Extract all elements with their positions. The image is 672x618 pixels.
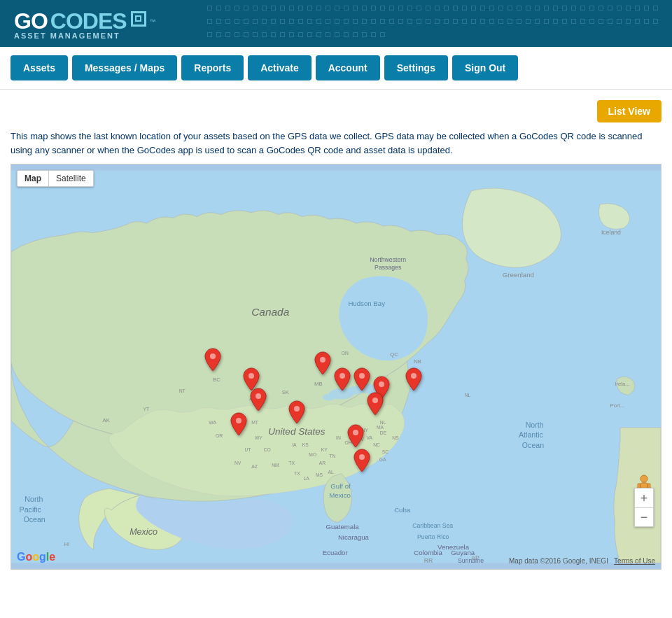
svg-text:MS: MS (316, 472, 323, 477)
map-pin-1[interactable] (203, 347, 223, 375)
svg-text:OR: OR (216, 434, 223, 439)
svg-point-90 (340, 373, 345, 379)
svg-text:MO: MO (309, 452, 316, 457)
svg-point-96 (359, 454, 365, 460)
nav-reports[interactable]: Reports (181, 55, 244, 80)
svg-text:MB: MB (314, 381, 323, 387)
svg-text:NL: NL (380, 420, 386, 425)
svg-point-88 (236, 418, 241, 423)
map-type-satellite-button[interactable]: Satellite (49, 171, 93, 186)
terms-of-use-link[interactable]: Terms of Use (614, 557, 655, 565)
svg-text:Colombia: Colombia (414, 549, 442, 556)
map-type-map-button[interactable]: Map (18, 171, 48, 186)
map-container[interactable]: North Atlantic Ocean North Pacific Ocean… (10, 164, 662, 570)
svg-text:UT: UT (245, 447, 251, 452)
map-pin-5[interactable] (313, 351, 332, 379)
main-content: List View This map shows the last known … (0, 90, 672, 570)
header-decoration (202, 0, 672, 47)
svg-text:Greenland: Greenland (503, 271, 534, 279)
google-logo-g: G (17, 551, 25, 563)
svg-text:AP: AP (471, 554, 479, 561)
map-pin-3[interactable] (248, 387, 268, 415)
google-logo-o1: o (25, 551, 32, 563)
svg-text:QC: QC (390, 352, 398, 358)
svg-text:HI: HI (64, 541, 69, 547)
svg-text:GA: GA (379, 457, 386, 462)
map-pin-9[interactable] (404, 367, 424, 395)
map-pin-10[interactable] (365, 391, 385, 419)
svg-text:ON: ON (342, 351, 349, 356)
svg-text:RR: RR (424, 557, 433, 564)
zoom-out-button[interactable]: − (634, 507, 654, 527)
logo-icon-inner (135, 15, 141, 22)
svg-point-86 (248, 373, 254, 379)
svg-text:TN: TN (329, 454, 335, 459)
list-view-button[interactable]: List View (597, 100, 662, 122)
svg-text:North: North (526, 421, 544, 429)
svg-text:Mexico: Mexico (329, 491, 351, 499)
svg-text:BC: BC (213, 377, 220, 383)
svg-text:LA: LA (304, 476, 310, 481)
map-pin-13[interactable] (287, 400, 307, 428)
nav-assets[interactable]: Assets (10, 55, 68, 80)
svg-text:Nicaragua: Nicaragua (338, 533, 370, 541)
list-view-row: List View (10, 100, 662, 122)
svg-text:Hudson Bay: Hudson Bay (348, 300, 385, 307)
svg-point-95 (353, 430, 358, 435)
logo-text: GO CODES ™ (14, 8, 156, 34)
svg-text:NM: NM (272, 463, 279, 468)
svg-point-91 (359, 373, 365, 379)
map-pin-6[interactable] (332, 367, 352, 395)
google-logo-o2: o (32, 551, 39, 563)
logo-subtitle: ASSET MANAGEMENT (14, 31, 156, 40)
svg-point-92 (379, 381, 384, 387)
svg-text:NC: NC (373, 442, 380, 447)
svg-text:Port...: Port... (610, 402, 625, 409)
google-logo: Google (17, 551, 55, 563)
svg-text:IA: IA (292, 442, 297, 447)
svg-text:CO: CO (264, 447, 271, 452)
svg-text:KS: KS (302, 442, 309, 447)
svg-text:NV: NV (234, 461, 241, 465)
nav-messages-maps[interactable]: Messages / Maps (72, 55, 177, 80)
svg-text:AR: AR (319, 461, 326, 465)
svg-text:NB: NB (414, 358, 421, 365)
map-attribution: Map data ©2016 Google, INEGI Terms of Us… (509, 557, 655, 565)
svg-text:TX: TX (294, 471, 300, 476)
svg-text:Mexico: Mexico (130, 527, 158, 537)
svg-point-87 (255, 393, 261, 399)
svg-text:Northwestern: Northwestern (370, 256, 406, 263)
svg-point-89 (320, 357, 326, 363)
map-pin-4[interactable] (229, 412, 248, 440)
svg-text:VA: VA (367, 435, 373, 440)
nav-settings[interactable]: Settings (384, 55, 448, 80)
zoom-controls: + − (634, 488, 654, 527)
logo-codes: CODES (50, 8, 127, 34)
svg-text:Puerto Rico: Puerto Rico (417, 534, 449, 541)
logo-tm: ™ (150, 18, 156, 25)
svg-text:SC: SC (382, 449, 389, 454)
svg-text:Gulf of: Gulf of (330, 482, 351, 490)
svg-text:NL: NL (465, 393, 471, 398)
svg-text:KY: KY (321, 447, 328, 452)
zoom-in-button[interactable]: + (634, 488, 654, 507)
nav-sign-out[interactable]: Sign Out (452, 55, 518, 80)
svg-text:AK: AK (103, 417, 111, 423)
logo-go: GO (14, 8, 48, 34)
map-pin-12[interactable] (352, 448, 372, 476)
svg-text:WA: WA (209, 420, 216, 425)
svg-point-85 (210, 353, 216, 359)
svg-text:Ocean: Ocean (522, 441, 544, 449)
svg-text:Ecuador: Ecuador (323, 549, 349, 556)
svg-text:AL: AL (328, 470, 334, 475)
header: GO CODES ™ ASSET MANAGEMENT (0, 0, 672, 47)
svg-text:TX: TX (288, 461, 295, 465)
navigation: Assets Messages / Maps Reports Activate … (0, 47, 672, 90)
svg-text:Guatemala: Guatemala (326, 523, 360, 531)
nav-activate[interactable]: Activate (248, 55, 311, 80)
svg-text:IN: IN (336, 435, 341, 440)
svg-point-94 (372, 398, 378, 403)
svg-text:NS: NS (392, 435, 399, 440)
nav-account[interactable]: Account (316, 55, 380, 80)
map-info-text: This map shows the last known location o… (10, 129, 662, 157)
